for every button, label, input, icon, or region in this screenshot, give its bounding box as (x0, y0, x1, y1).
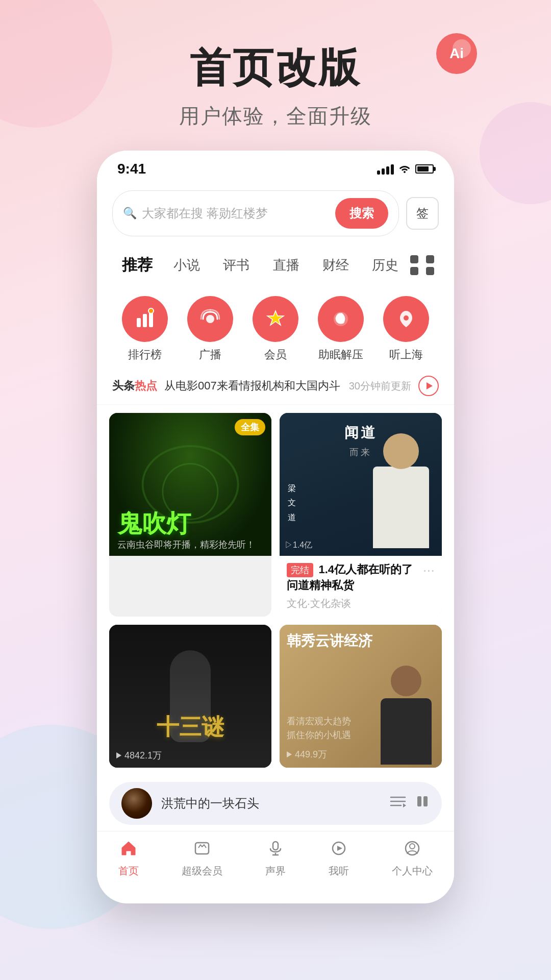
tab-history[interactable]: 历史 (361, 251, 410, 279)
svg-rect-15 (423, 796, 428, 806)
card-hanxiuyun[interactable]: 韩秀云讲经济 看清宏观大趋势抓住你的小机遇 449.9万 (280, 625, 442, 768)
ranking-label: 排行榜 (128, 347, 162, 362)
mic-icon (267, 840, 284, 861)
vip-label: 会员 (264, 347, 287, 362)
nav-vip-label: 超级会员 (182, 864, 222, 878)
svg-rect-14 (417, 796, 421, 806)
nav-profile[interactable]: 个人中心 (392, 840, 433, 878)
nav-home-label: 首页 (118, 864, 139, 878)
hot-news-text: 从电影007来看情报机构和大国内斗 (164, 378, 344, 394)
card-wendao[interactable]: 闻道而来 梁文道 ▷1.4亿 完结 1.4亿人都在听的了问道精神私货 文化·文化… (280, 413, 442, 617)
ranking-icon (122, 296, 168, 342)
svg-marker-13 (403, 803, 406, 807)
wifi-icon (398, 163, 411, 176)
guichuiding-title: 鬼吹灯 (117, 510, 191, 537)
svg-point-6 (148, 308, 154, 313)
quick-item-vip[interactable]: 会员 (253, 296, 298, 362)
content-grid: 播客明主演网剧 鬼吹灯 全集 云南虫谷即将开播，精彩抢先听！ (97, 405, 454, 776)
wendao-author: 梁文道 (288, 481, 296, 525)
play-triangle-icon (427, 382, 433, 389)
tab-recommended[interactable]: 推荐 (112, 250, 162, 281)
card-shisanmi[interactable]: 十三谜 4842.1万 (109, 625, 271, 768)
sleep-label: 助眠解压 (318, 347, 363, 362)
profile-icon (404, 840, 421, 861)
broadcast-label: 广播 (199, 347, 221, 362)
listening-icon (330, 840, 347, 861)
status-time: 9:41 (117, 161, 146, 177)
sign-button[interactable]: 签 (406, 197, 439, 230)
nav-tabs: 推荐 小说 评书 直播 财经 历史 (97, 244, 454, 286)
more-options-button[interactable]: ··· (423, 562, 435, 578)
more-tabs-button[interactable] (410, 255, 439, 276)
wendao-category: 文化·文化杂谈 (287, 597, 423, 610)
svg-point-23 (410, 844, 415, 849)
shanghai-icon (383, 296, 429, 342)
svg-point-9 (404, 315, 409, 321)
broadcast-icon (187, 296, 233, 342)
bottom-nav: 首页 超级会员 声界 我听 个人中心 (97, 831, 454, 888)
completion-badge: 完结 (287, 563, 313, 577)
svg-text:Ai: Ai (449, 45, 464, 61)
signal-icon (377, 163, 394, 175)
page-subtitle: 用户体验，全面升级 (0, 102, 551, 130)
svg-rect-3 (137, 318, 141, 327)
wendao-info: 完结 1.4亿人都在听的了问道精神私货 文化·文化杂谈 ··· (280, 556, 442, 617)
pause-button[interactable] (415, 794, 430, 812)
shanghai-label: 听上海 (389, 347, 423, 362)
nav-listening-label: 我听 (329, 864, 349, 878)
hanxiuyun-slogan: 看清宏观大趋势抓住你的小机遇 (287, 715, 351, 742)
vip-icon (253, 296, 298, 342)
page-header: 首页改版 用户体验，全面升级 Ai (0, 0, 551, 151)
status-bar: 9:41 (97, 151, 454, 182)
tab-novel[interactable]: 小说 (162, 251, 211, 279)
home-icon (120, 840, 137, 861)
quick-item-shanghai[interactable]: 听上海 (383, 296, 429, 362)
sleep-icon (318, 296, 364, 342)
status-icons (377, 163, 434, 176)
nav-shengijie[interactable]: 声界 (265, 840, 286, 878)
quick-item-ranking[interactable]: 排行榜 (122, 296, 168, 362)
quick-item-sleep[interactable]: 助眠解压 (318, 296, 364, 362)
wendao-play-count: ▷1.4亿 (285, 540, 312, 551)
hot-play-button[interactable] (418, 376, 439, 396)
search-area: 🔍 大家都在搜 蒋勋红楼梦 搜索 签 (97, 182, 454, 244)
tab-live[interactable]: 直播 (261, 251, 311, 279)
svg-marker-21 (337, 846, 342, 851)
nav-profile-label: 个人中心 (392, 864, 433, 878)
playlist-icon[interactable] (390, 794, 406, 812)
svg-rect-17 (273, 842, 278, 850)
hanxiuyun-title: 韩秀云讲经济 (287, 632, 372, 650)
now-playing-bar[interactable]: 洪荒中的一块石头 (109, 782, 442, 825)
nav-listening[interactable]: 我听 (329, 840, 349, 878)
svg-rect-4 (143, 314, 147, 327)
nav-home[interactable]: 首页 (118, 840, 139, 878)
card-guichuiding[interactable]: 播客明主演网剧 鬼吹灯 全集 云南虫谷即将开播，精彩抢先听！ (109, 413, 271, 617)
shisanmi-play-count: 4842.1万 (116, 749, 162, 762)
vip-nav-icon (193, 840, 211, 861)
quick-icons-row: 排行榜 广播 会员 助眠解压 听上海 (97, 286, 454, 368)
nav-shengijie-label: 声界 (265, 864, 286, 878)
hot-badge: 头条热点 (112, 378, 157, 394)
hot-news-time: 30分钟前更新 (349, 379, 411, 393)
app-logo: Ai (434, 31, 480, 77)
svg-rect-16 (195, 843, 209, 854)
guichuiding-badge: 全集 (235, 419, 265, 435)
battery-icon (415, 164, 434, 174)
quick-item-broadcast[interactable]: 广播 (187, 296, 233, 362)
tab-finance[interactable]: 财经 (311, 251, 360, 279)
now-playing-thumbnail (121, 788, 152, 819)
search-placeholder: 大家都在搜 蒋勋红楼梦 (142, 205, 330, 222)
guichuiding-sub: 云南虫谷即将开播，精彩抢先听！ (117, 538, 255, 551)
search-icon: 🔍 (123, 207, 137, 220)
search-button[interactable]: 搜索 (335, 198, 388, 229)
now-playing-title: 洪荒中的一块石头 (161, 795, 381, 812)
hot-news-bar: 头条热点 从电影007来看情报机构和大国内斗 30分钟前更新 (97, 368, 454, 405)
tab-pingping[interactable]: 评书 (212, 251, 261, 279)
search-input-wrap[interactable]: 🔍 大家都在搜 蒋勋红楼梦 搜索 (112, 190, 399, 236)
svg-point-7 (206, 315, 214, 323)
nav-vip[interactable]: 超级会员 (182, 840, 222, 878)
shisanmi-title: 十三谜 (157, 712, 224, 742)
phone-mockup: 9:41 🔍 大家都在搜 蒋勋红楼梦 搜索 签 推荐 小说 (97, 151, 454, 903)
hanxiuyun-play-count: 449.9万 (287, 748, 327, 761)
